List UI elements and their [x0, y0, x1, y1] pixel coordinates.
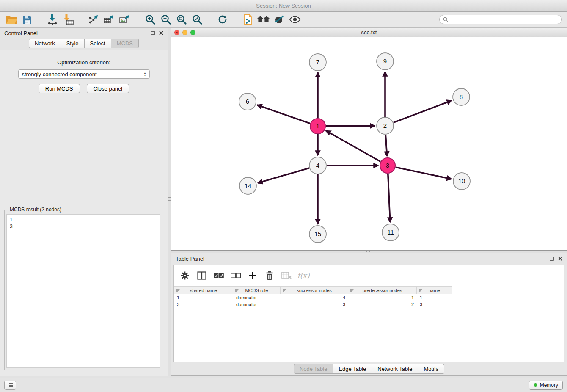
svg-text:11: 11 [387, 229, 394, 236]
edge-3-10[interactable] [396, 167, 452, 179]
node-3[interactable]: 3 [380, 158, 395, 173]
export-image-icon [119, 14, 130, 25]
select-all-button[interactable] [213, 270, 224, 281]
new-network-from-selection-button[interactable] [242, 13, 254, 26]
table-row[interactable]: 1dominator411 [174, 294, 564, 301]
add-row-button[interactable] [247, 270, 258, 281]
task-history-button[interactable] [4, 381, 16, 390]
export-network-button[interactable] [87, 13, 100, 26]
tab-network[interactable]: Network [29, 39, 61, 48]
control-panel: Control Panel NetworkStyleSelectMCDS Opt… [0, 28, 168, 376]
close-panel-button[interactable] [558, 257, 562, 261]
delete-column-button[interactable] [281, 270, 292, 281]
tab-node-table[interactable]: Node Table [294, 364, 333, 374]
minimize-window-button[interactable]: − [182, 30, 187, 35]
open-session-button[interactable] [5, 13, 18, 26]
zoom-fit-icon [176, 14, 187, 25]
network-canvas[interactable]: 7968124314101511 [171, 38, 567, 250]
tab-style[interactable]: Style [61, 39, 85, 48]
close-panel-button[interactable] [159, 31, 163, 36]
zoom-fit-button[interactable] [175, 13, 188, 26]
splitter-grip-icon[interactable] [364, 251, 370, 252]
zoom-out-button[interactable] [160, 13, 172, 26]
tab-select[interactable]: Select [85, 39, 111, 48]
node-8[interactable]: 8 [453, 88, 470, 105]
paint-style-button[interactable] [273, 13, 286, 26]
home-button[interactable] [257, 13, 270, 26]
export-table-button[interactable] [103, 13, 116, 26]
show-details-button[interactable] [289, 13, 301, 26]
node-15[interactable]: 15 [309, 226, 326, 243]
refresh-button[interactable] [216, 13, 229, 26]
node-9[interactable]: 9 [377, 53, 394, 70]
splitter-grip-icon[interactable] [168, 195, 171, 201]
node-6[interactable]: 6 [239, 93, 256, 110]
save-session-button[interactable] [21, 13, 33, 26]
tab-mcds[interactable]: MCDS [111, 39, 139, 48]
node-1[interactable]: 1 [310, 119, 325, 134]
network-window-titlebar[interactable]: scc.txt ✕ − + [171, 28, 567, 37]
import-network-button[interactable] [46, 13, 59, 26]
close-panel-button[interactable]: Close panel [87, 84, 129, 93]
tab-motifs[interactable]: Motifs [418, 364, 444, 374]
save-icon [22, 15, 32, 25]
node-7[interactable]: 7 [309, 54, 326, 71]
table-row[interactable]: 3dominator323 [174, 301, 564, 308]
maximize-window-button[interactable]: + [190, 30, 195, 35]
memory-button[interactable]: Memory [529, 381, 563, 390]
tab-network-table[interactable]: Network Table [372, 364, 418, 374]
plus-icon [248, 271, 257, 280]
search-input[interactable] [451, 17, 558, 22]
export-image-button[interactable] [118, 13, 131, 26]
edge-3-11[interactable] [388, 174, 390, 222]
close-window-button[interactable]: ✕ [174, 30, 179, 35]
delete-row-button[interactable] [264, 270, 275, 281]
main-toolbar [0, 12, 567, 28]
zoom-out-icon [160, 14, 171, 25]
edge-1-6[interactable] [257, 105, 310, 124]
zoom-in-button[interactable] [144, 13, 157, 26]
close-icon [558, 257, 562, 261]
mcds-result-list[interactable]: 13 [6, 214, 160, 368]
column-header-name[interactable]: name [417, 286, 452, 294]
node-11[interactable]: 11 [382, 224, 399, 241]
column-header-predecessor-nodes[interactable]: predecessor nodes [348, 286, 417, 294]
node-10[interactable]: 10 [453, 173, 470, 190]
float-panel-button[interactable] [549, 257, 554, 261]
node-2[interactable]: 2 [377, 117, 394, 134]
vertical-splitter[interactable] [168, 28, 171, 376]
trash-icon [265, 271, 274, 280]
edge-1-2[interactable] [326, 126, 375, 126]
svg-text:7: 7 [316, 58, 319, 66]
table-panel-title: Table Panel [176, 256, 204, 262]
table-settings-button[interactable] [179, 270, 190, 281]
float-panel-button[interactable] [150, 31, 155, 36]
mcds-result-groupbox: MCDS result (2 nodes) 13 [4, 210, 162, 370]
edge-4-14[interactable] [258, 168, 309, 183]
network-graph-svg[interactable]: 7968124314101511 [171, 38, 567, 251]
zoom-selected-button[interactable] [191, 13, 204, 26]
table-cell: 3 [174, 301, 233, 308]
edge-2-8[interactable] [394, 101, 452, 123]
table-cell: 1 [348, 294, 417, 301]
network-window-title: scc.txt [171, 29, 567, 36]
import-table-button[interactable] [62, 13, 74, 26]
column-header-shared-name[interactable]: shared name [174, 286, 233, 294]
criterion-dropdown[interactable]: strongly connected component ▲▼ [18, 69, 150, 79]
search-box[interactable] [439, 15, 562, 24]
edge-2-3[interactable] [385, 135, 387, 156]
node-4[interactable]: 4 [309, 157, 326, 174]
criterion-value: strongly connected component [22, 71, 97, 77]
function-builder-button[interactable]: f(x) [298, 270, 309, 281]
svg-text:14: 14 [245, 182, 252, 189]
edge-3-1[interactable] [326, 131, 380, 162]
tab-edge-table[interactable]: Edge Table [333, 364, 372, 374]
column-header-successor-nodes[interactable]: successor nodes [281, 286, 348, 294]
unselect-all-button[interactable] [230, 270, 241, 281]
run-mcds-button[interactable]: Run MCDS [39, 84, 80, 93]
node-14[interactable]: 14 [239, 177, 256, 194]
show-columns-button[interactable] [196, 270, 207, 281]
open-folder-icon [6, 14, 17, 25]
column-header-mcds-role[interactable]: MCDS role [233, 286, 281, 294]
memory-status-icon [534, 383, 537, 387]
